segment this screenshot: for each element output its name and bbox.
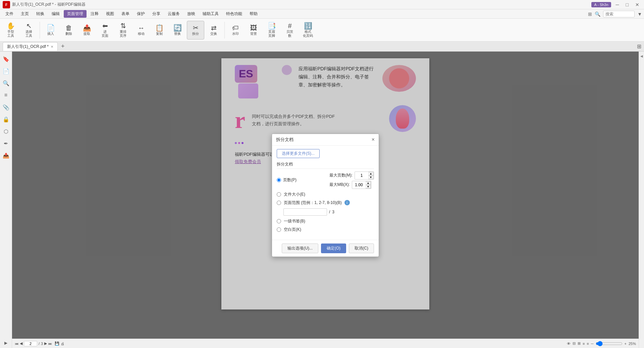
page-number-input[interactable] [24, 341, 37, 346]
left-expand-button[interactable]: ▶ [4, 341, 7, 345]
radio-bookmark[interactable] [277, 219, 281, 223]
max-pages-input: 1 ▲ ▼ [355, 171, 374, 180]
max-pages-down[interactable]: ▼ [368, 176, 374, 179]
tool-background[interactable]: 🖼 背景 [245, 21, 262, 40]
page-range-input-row: / 3 [283, 208, 374, 216]
tool-watermark[interactable]: 🏷 水印 [227, 21, 244, 40]
tool-split[interactable]: ✂ 拆分 [187, 21, 204, 40]
dialog-footer: 输出选项(U)... 确定(O) 取消(C) [272, 240, 379, 257]
info-icon[interactable]: i [344, 200, 350, 205]
tab-close-button[interactable]: ✕ [51, 45, 53, 49]
max-pages-value[interactable]: 1 [355, 172, 368, 179]
search-box[interactable] [603, 11, 635, 17]
max-mb-input: 1.00 ▲ ▼ [352, 181, 371, 189]
tool-swap[interactable]: ⇄ 交换 [205, 21, 222, 40]
view-toggle-button[interactable]: ⊞ [637, 43, 641, 50]
layout-icon[interactable]: ⊞ [588, 11, 592, 17]
menu-page-manage[interactable]: 页面管理 [64, 10, 87, 18]
menu-present[interactable]: 放映 [184, 10, 199, 18]
menu-home[interactable]: 主页 [17, 10, 32, 18]
max-mb-value[interactable]: 1.00 [352, 182, 366, 188]
left-stamp-icon[interactable]: ⬡ [1, 127, 11, 136]
max-mb-up[interactable]: ▲ [366, 181, 371, 185]
range-divider: / [329, 210, 330, 214]
option-pagerange-section: 页面范围 (范例：1, 2-7, 8-10)(B) i / 3 [277, 200, 374, 216]
left-share-icon[interactable]: 📤 [1, 151, 11, 160]
background-icon: 🖼 [250, 24, 257, 31]
new-tab-button[interactable]: + [59, 43, 67, 50]
view-icon-1[interactable]: 👁 [567, 342, 571, 346]
ok-button[interactable]: 确定(O) [321, 243, 346, 253]
left-security-icon[interactable]: 🔒 [1, 115, 11, 124]
nav-next-button[interactable]: ▶ [44, 341, 47, 346]
cancel-button[interactable]: 取消(C) [349, 243, 374, 253]
radio-filesize[interactable] [277, 192, 281, 197]
output-options-button[interactable]: 输出选项(U)... [282, 243, 318, 253]
menu-edit[interactable]: 编辑 [48, 10, 63, 18]
modal-overlay: 拆分文档 × 选择更多文件(S)... 拆分文档 页数( [12, 52, 639, 339]
menu-form[interactable]: 表单 [118, 10, 133, 18]
menu-features[interactable]: 特色功能 [223, 10, 246, 18]
dialog-close-button[interactable]: × [372, 137, 375, 143]
left-layers-icon[interactable]: ≡ [1, 90, 11, 100]
left-bookmark-icon[interactable]: 🔖 [1, 54, 11, 64]
left-attach-icon[interactable]: 📎 [1, 102, 11, 112]
close-button[interactable]: ✕ [633, 2, 641, 7]
view-icon-3[interactable]: ⊞ [578, 341, 581, 346]
left-page-icon[interactable]: 📄 [1, 66, 11, 76]
menu-comment[interactable]: 注释 [87, 10, 102, 18]
tool-bates[interactable]: # 贝茨数 [281, 21, 299, 40]
tool-delete[interactable]: 🗑 删除 [60, 21, 77, 40]
tool-move[interactable]: ↔ 移动 [132, 21, 150, 40]
option-filesize-row: 文件大小(E) [277, 192, 374, 197]
save-icon[interactable]: 💾 [55, 341, 59, 346]
tool-reorder[interactable]: ⇅ 重排页序 [114, 21, 132, 40]
tool-hand[interactable]: ✋ 手型工具 [2, 21, 19, 40]
zoom-in-button[interactable]: + [625, 342, 627, 346]
menu-protect[interactable]: 保护 [133, 10, 148, 18]
max-mb-down[interactable]: ▼ [366, 185, 371, 189]
view-icon-4[interactable]: ≡ [583, 342, 585, 346]
nav-last-button[interactable]: ⏭ [48, 342, 52, 346]
max-pages-up[interactable]: ▲ [368, 172, 374, 176]
tool-reorder-label: 重排页序 [120, 30, 126, 38]
search-icon[interactable]: 🔍 [595, 11, 600, 17]
tool-format-page[interactable]: 🔢 格式化页码 [299, 21, 317, 40]
tool-replace[interactable]: 🔄 替换 [169, 21, 186, 40]
menu-view[interactable]: 视图 [103, 10, 117, 18]
zoom-out-button[interactable]: ─ [591, 342, 594, 346]
zoom-slider[interactable] [596, 341, 623, 346]
page-range-input[interactable] [283, 208, 327, 216]
select-files-button[interactable]: 选择更多文件(S)... [277, 149, 320, 158]
tool-advance[interactable]: ⬅ 进页面 [96, 21, 114, 40]
minimize-button[interactable]: ─ [614, 2, 621, 7]
radio-pages[interactable] [277, 178, 281, 182]
menu-tools[interactable]: 辅助工具 [199, 10, 222, 18]
menu-file[interactable]: 文件 [2, 10, 17, 18]
tool-header-footer[interactable]: 📑 页眉页脚 [263, 21, 280, 40]
menu-convert[interactable]: 转换 [33, 10, 48, 18]
tool-copy[interactable]: 📋 复制 [151, 21, 168, 40]
print-icon[interactable]: 🖨 [61, 342, 64, 346]
radio-pagerange[interactable] [277, 201, 281, 205]
nav-first-button[interactable]: ⏮ [15, 342, 18, 346]
menu-help[interactable]: 帮助 [246, 10, 261, 18]
tool-select[interactable]: ↖ 选择工具 [20, 21, 38, 40]
search-input[interactable] [605, 12, 632, 16]
page-separator: / [39, 342, 40, 346]
left-sign-icon[interactable]: ✒ [1, 139, 11, 148]
nav-prev-button[interactable]: ◀ [20, 341, 22, 346]
tool-extract[interactable]: 📤 提取 [78, 21, 96, 40]
menu-cloud[interactable]: 云服务 [164, 10, 183, 18]
right-collapse-button[interactable]: ◀ [640, 54, 643, 58]
radio-blankpage[interactable] [277, 227, 281, 232]
left-search-icon[interactable]: 🔍 [1, 78, 11, 88]
content-wrapper[interactable]: ES 应用福昕PDF编辑器对PDF文档进行编辑、注释、合并和拆分、电子签章、加密… [12, 52, 639, 348]
view-icon-2[interactable]: ⊟ [573, 341, 576, 346]
view-icon-5[interactable]: ≡ [587, 342, 589, 346]
menu-share[interactable]: 分享 [149, 10, 164, 18]
tool-insert[interactable]: 📄 插入 [42, 21, 59, 40]
maximize-button[interactable]: □ [624, 2, 631, 7]
tab-document[interactable]: 新人引导(1)_OCR.pdf * ✕ [3, 42, 58, 51]
expand-icon[interactable]: ▼ [637, 11, 642, 17]
